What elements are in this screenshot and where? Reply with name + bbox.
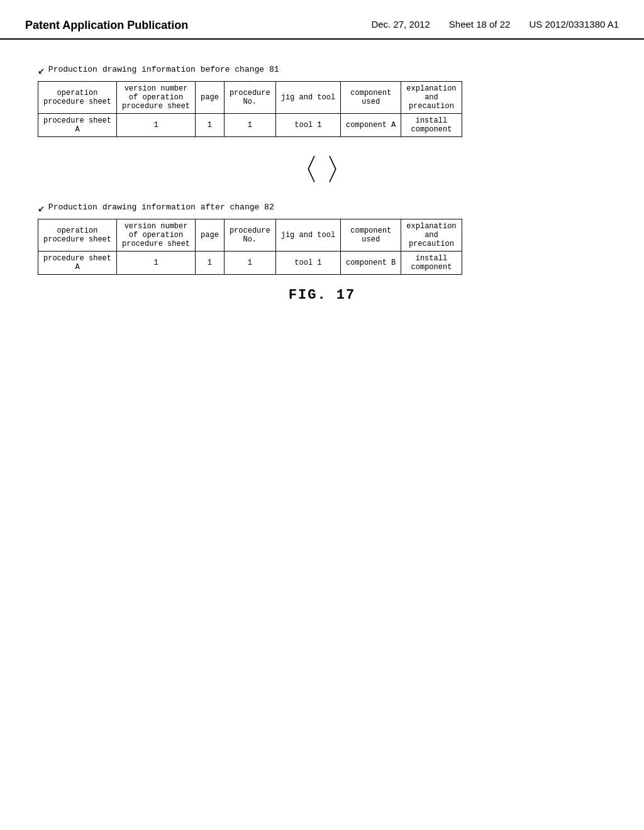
cell-jig-before: tool 1 — [275, 114, 340, 137]
cell-jig-after: tool 1 — [275, 252, 340, 275]
connector-arrows: 〈 〉 — [289, 150, 355, 190]
col-header-procedure: procedureNo. — [224, 82, 275, 114]
table-header-row: operationprocedure sheet version numbero… — [38, 82, 462, 114]
header-meta: Dec. 27, 2012 Sheet 18 of 22 US 2012/033… — [371, 19, 619, 30]
col-header-explanation-after: explanationandprecaution — [401, 219, 462, 252]
publication-title: Patent Application Publication — [25, 19, 188, 32]
page-header: Patent Application Publication Dec. 27, … — [0, 0, 644, 40]
cell-proc-no-after: 1 — [224, 252, 275, 275]
after-arrow-icon: ↙ — [38, 202, 45, 214]
col-header-jig-after: jig and tool — [275, 219, 340, 252]
after-label: ↙ Production drawing information after c… — [38, 202, 606, 214]
col-header-page-after: page — [196, 219, 225, 252]
col-header-component: componentused — [341, 82, 401, 114]
before-section: ↙ Production drawing information before … — [38, 65, 606, 137]
fig-label: FIG. 17 — [38, 287, 606, 303]
before-arrow-icon: ↙ — [38, 65, 45, 76]
before-label: ↙ Production drawing information before … — [38, 65, 606, 76]
main-content: ↙ Production drawing information before … — [0, 40, 644, 328]
cell-explanation-before: installcomponent — [401, 114, 462, 137]
table-row: procedure sheetA 1 1 1 tool 1 component … — [38, 114, 462, 137]
cell-component-after: component B — [341, 252, 401, 275]
cell-version-after: 1 — [117, 252, 196, 275]
table-row-after: procedure sheetA 1 1 1 tool 1 component … — [38, 252, 462, 275]
connector: 〈 〉 — [38, 150, 606, 190]
col-header-procedure-after: procedureNo. — [224, 219, 275, 252]
col-header-op-sheet: operationprocedure sheet — [38, 82, 117, 114]
cell-page-after: 1 — [196, 252, 225, 275]
col-header-explanation: explanationandprecaution — [401, 82, 462, 114]
header-sheet: Sheet 18 of 22 — [449, 19, 511, 30]
cell-proc-no-before: 1 — [224, 114, 275, 137]
after-section: ↙ Production drawing information after c… — [38, 202, 606, 275]
col-header-page: page — [196, 82, 225, 114]
cell-explanation-after: installcomponent — [401, 252, 462, 275]
right-brace-icon: 〉 — [325, 150, 355, 190]
left-brace-icon: 〈 — [289, 150, 319, 190]
col-header-version: version numberof operationprocedure shee… — [117, 82, 196, 114]
col-header-component-after: componentused — [341, 219, 401, 252]
cell-page-before: 1 — [196, 114, 225, 137]
after-table: operationprocedure sheet version numbero… — [38, 219, 462, 275]
cell-version-before: 1 — [117, 114, 196, 137]
cell-op-sheet-after: procedure sheetA — [38, 252, 117, 275]
col-header-version-after: version numberof operationprocedure shee… — [117, 219, 196, 252]
cell-op-sheet-before: procedure sheetA — [38, 114, 117, 137]
before-table: operationprocedure sheet version numbero… — [38, 81, 462, 137]
header-patent: US 2012/0331380 A1 — [529, 19, 619, 30]
col-header-op-sheet-after: operationprocedure sheet — [38, 219, 117, 252]
cell-component-before: component A — [341, 114, 401, 137]
header-date: Dec. 27, 2012 — [371, 19, 430, 30]
table-header-row-after: operationprocedure sheet version numbero… — [38, 219, 462, 252]
col-header-jig: jig and tool — [275, 82, 340, 114]
